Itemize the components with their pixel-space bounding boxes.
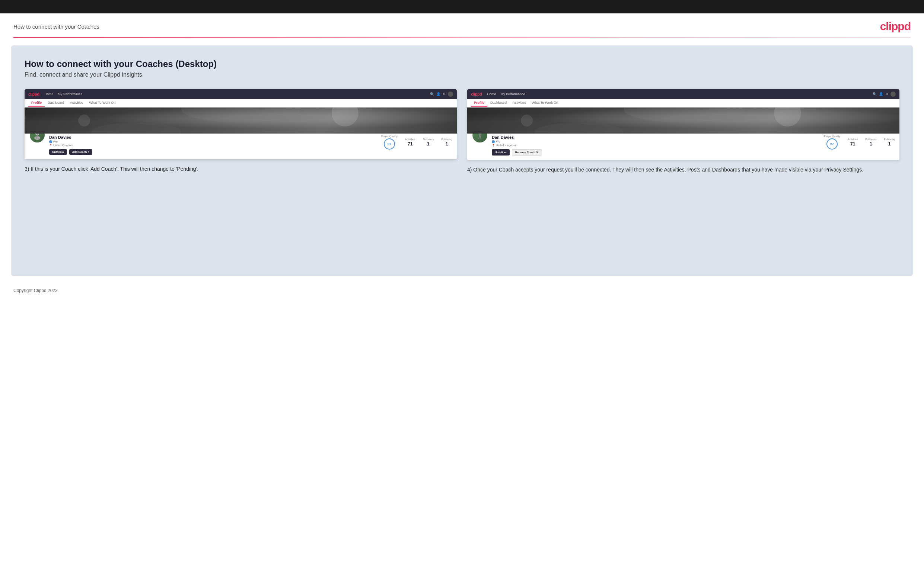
mock-profile-info-left: Dan Davies Pro 📍 United Kingdom Unfollow xyxy=(49,135,247,155)
tab-activities-left[interactable]: Activities xyxy=(67,99,86,107)
mock-stat-following-left: Following 1 xyxy=(441,138,452,147)
plus-icon-left: + xyxy=(87,150,89,154)
mock-profile-main-left: Dan Davies Pro 📍 United Kingdom Unfollow xyxy=(29,134,452,155)
add-coach-button-left[interactable]: Add Coach + xyxy=(69,149,92,155)
mock-cover-right xyxy=(467,108,900,134)
quality-circle-right: 97 xyxy=(827,139,838,150)
svg-point-2 xyxy=(92,123,181,134)
mock-cover-left xyxy=(24,108,457,134)
step3-description: 3) If this is your Coach click 'Add Coac… xyxy=(24,165,457,173)
mock-tabs-left: Profile Dashboard Activities What To Wor… xyxy=(24,99,457,108)
mock-profile-main-right: Dan Davies Pro 📍 United Kingdom Unfollow xyxy=(472,134,895,155)
mock-buttons-right: Unfollow Remove Coach ✕ xyxy=(492,149,690,155)
person-icon-right[interactable]: 👤 xyxy=(879,92,883,96)
mock-player-badge-right: Pro xyxy=(492,140,690,143)
tab-profile-right[interactable]: Profile xyxy=(471,99,487,107)
mock-nav-logo-left: clippd xyxy=(28,92,39,96)
tab-what-to-work-on-left[interactable]: What To Work On xyxy=(86,99,119,107)
main-title: How to connect with your Coaches (Deskto… xyxy=(24,59,900,69)
mock-nav-links-right: Home My Performance xyxy=(487,92,867,96)
screenshot-left-col: clippd Home My Performance 🔍 👤 ⚙ Profile xyxy=(24,89,457,174)
mock-profile-section-left: Dan Davies Pro 📍 United Kingdom Unfollow xyxy=(24,134,457,159)
svg-point-0 xyxy=(181,108,300,123)
svg-point-5 xyxy=(34,136,40,140)
main-content: How to connect with your Coaches (Deskto… xyxy=(11,45,913,276)
globe-icon-right[interactable] xyxy=(890,92,896,97)
mock-player-badge-left: Pro xyxy=(49,140,247,143)
search-icon-left[interactable]: 🔍 xyxy=(430,92,434,96)
mock-nav-left: clippd Home My Performance 🔍 👤 ⚙ xyxy=(24,89,457,99)
svg-line-9 xyxy=(36,137,37,139)
screenshots-row: clippd Home My Performance 🔍 👤 ⚙ Profile xyxy=(24,89,900,174)
mock-stat-followers-left: Followers 1 xyxy=(423,138,434,147)
svg-point-1 xyxy=(332,108,359,126)
tab-profile-left[interactable]: Profile xyxy=(28,99,45,107)
step4-description: 4) Once your Coach accepts your request … xyxy=(467,166,900,174)
page-header-title: How to connect with your Coaches xyxy=(13,23,99,30)
search-icon-right[interactable]: 🔍 xyxy=(872,92,877,96)
verified-icon-left xyxy=(49,140,52,143)
mock-player-name-left: Dan Davies xyxy=(49,135,247,140)
mock-nav-links-left: Home My Performance xyxy=(44,92,425,96)
mock-player-name-right: Dan Davies xyxy=(492,135,690,140)
mock-stat-quality-right: Player Quality 97 xyxy=(824,135,840,150)
mock-profile-section-right: Dan Davies Pro 📍 United Kingdom Unfollow xyxy=(467,134,900,160)
mock-stat-following-right: Following 1 xyxy=(884,138,895,147)
mock-nav-home-right[interactable]: Home xyxy=(487,92,496,96)
svg-line-19 xyxy=(481,137,481,139)
mock-stats-right: Player Quality 97 Activities 71 Follower… xyxy=(698,135,895,150)
tab-dashboard-right[interactable]: Dashboard xyxy=(487,99,510,107)
top-bar xyxy=(0,0,924,13)
mock-buttons-left: Unfollow Add Coach + xyxy=(49,149,247,155)
mock-profile-info-right: Dan Davies Pro 📍 United Kingdom Unfollow xyxy=(492,135,690,155)
mock-tabs-right: Profile Dashboard Activities What To Wor… xyxy=(467,99,900,108)
svg-line-17 xyxy=(480,135,481,137)
header-divider xyxy=(13,37,911,38)
mock-stat-followers-right: Followers 1 xyxy=(865,138,876,147)
tab-activities-right[interactable]: Activities xyxy=(510,99,529,107)
tab-what-to-work-on-right[interactable]: What To Work On xyxy=(529,99,561,107)
mock-stat-quality-left: Player Quality 97 xyxy=(381,135,397,150)
screenshot-right-col: clippd Home My Performance 🔍 👤 ⚙ Profile xyxy=(467,89,900,174)
svg-line-18 xyxy=(479,137,479,139)
mock-nav-icons-left: 🔍 👤 ⚙ xyxy=(430,92,453,97)
settings-icon-right[interactable]: ⚙ xyxy=(885,92,888,96)
page-footer: Copyright Clippd 2022 xyxy=(0,284,924,298)
svg-line-10 xyxy=(38,137,38,139)
page-header: How to connect with your Coaches clippd xyxy=(0,13,924,37)
mock-nav-home-left[interactable]: Home xyxy=(44,92,53,96)
unfollow-button-left[interactable]: Unfollow xyxy=(49,149,67,155)
mock-stats-left: Player Quality 97 Activities 71 Follower… xyxy=(255,135,453,150)
mock-nav-right: clippd Home My Performance 🔍 👤 ⚙ xyxy=(467,89,900,99)
copyright-text: Copyright Clippd 2022 xyxy=(13,288,58,293)
unfollow-button-right[interactable]: Unfollow xyxy=(492,149,510,155)
verified-icon-right xyxy=(492,140,495,143)
clippd-logo: clippd xyxy=(880,20,911,33)
mock-browser-right: clippd Home My Performance 🔍 👤 ⚙ Profile xyxy=(467,89,900,160)
mock-stat-activities-right: Activities 71 xyxy=(848,138,858,147)
main-subtitle: Find, connect and share your Clippd insi… xyxy=(24,71,900,78)
remove-coach-button-right[interactable]: Remove Coach ✕ xyxy=(512,149,542,155)
globe-icon-left[interactable] xyxy=(448,92,453,97)
mock-nav-icons-right: 🔍 👤 ⚙ xyxy=(872,92,896,97)
mock-stat-activities-left: Activities 71 xyxy=(405,138,415,147)
svg-point-12 xyxy=(774,108,801,126)
svg-point-3 xyxy=(78,114,90,126)
mock-nav-myperformance-right[interactable]: My Performance xyxy=(500,92,525,96)
svg-point-11 xyxy=(624,108,743,123)
settings-icon-left[interactable]: ⚙ xyxy=(443,92,446,96)
mock-nav-myperformance-left[interactable]: My Performance xyxy=(58,92,82,96)
mock-browser-left: clippd Home My Performance 🔍 👤 ⚙ Profile xyxy=(24,89,457,159)
person-icon-left[interactable]: 👤 xyxy=(436,92,440,96)
tab-dashboard-left[interactable]: Dashboard xyxy=(45,99,67,107)
mock-location-left: 📍 United Kingdom xyxy=(49,143,247,147)
mock-location-right: 📍 United Kingdom xyxy=(492,143,690,147)
svg-point-13 xyxy=(534,123,624,134)
svg-point-14 xyxy=(521,114,533,126)
quality-circle-left: 97 xyxy=(384,139,395,150)
mock-nav-logo-right: clippd xyxy=(471,92,482,96)
